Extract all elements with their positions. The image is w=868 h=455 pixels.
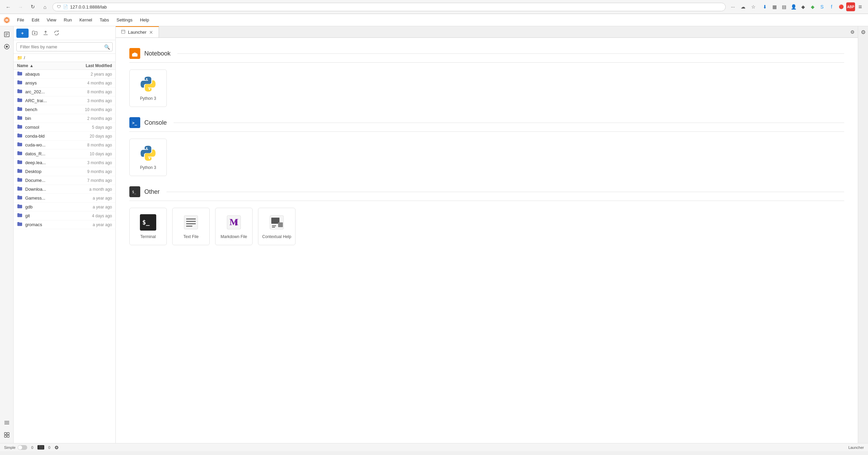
ext2-icon[interactable]: ◆ xyxy=(808,2,817,11)
svg-rect-15 xyxy=(4,435,6,437)
file-item[interactable]: conda-bld 20 days ago xyxy=(14,132,115,141)
file-item[interactable]: abaqus 2 years ago xyxy=(14,70,115,79)
file-item[interactable]: cuda-wo... 8 months ago xyxy=(14,141,115,150)
file-item[interactable]: datos_R... 10 days ago xyxy=(14,150,115,158)
file-item[interactable]: arc_202... 8 months ago xyxy=(14,88,115,96)
launcher-content: Notebook Pyt xyxy=(116,38,858,443)
menu-file[interactable]: File xyxy=(14,16,28,24)
abp-icon[interactable]: ABP xyxy=(846,2,855,11)
other-cards: $_ Terminal xyxy=(129,208,844,245)
menu-help[interactable]: Help xyxy=(136,16,152,24)
commands-activity-btn[interactable] xyxy=(1,417,12,428)
download-icon[interactable]: ⬇ xyxy=(760,2,769,11)
menu-tabs[interactable]: Tabs xyxy=(96,16,112,24)
python3-notebook-card[interactable]: Python 3 xyxy=(129,69,167,107)
launcher-tab-close[interactable]: ✕ xyxy=(149,30,153,35)
launcher-tab[interactable]: Launcher ✕ xyxy=(116,26,159,37)
refresh-button[interactable] xyxy=(52,28,61,38)
ext3-icon[interactable]: S xyxy=(818,2,826,11)
svg-point-9 xyxy=(6,46,8,48)
file-item[interactable]: Gamess... a year ago xyxy=(14,194,115,203)
status-settings-btn[interactable]: ⚙ xyxy=(54,445,59,450)
menu-kernel[interactable]: Kernel xyxy=(76,16,96,24)
file-item[interactable]: bench 10 months ago xyxy=(14,105,115,114)
files-activity-btn[interactable] xyxy=(1,29,12,40)
console-section-header: >_ Console xyxy=(129,117,844,132)
folder-icon xyxy=(17,151,22,157)
file-item[interactable]: Docume... 7 months ago xyxy=(14,176,115,185)
menu-edit[interactable]: Edit xyxy=(28,16,43,24)
file-date: a month ago xyxy=(71,187,112,192)
file-item[interactable]: Downloa... a month ago xyxy=(14,185,115,194)
console-section-label: Console xyxy=(144,119,167,126)
running-activity-btn[interactable] xyxy=(1,41,12,52)
mode-toggle-switch[interactable] xyxy=(18,445,27,450)
filter-input[interactable] xyxy=(16,42,113,51)
file-item[interactable]: gromacs a year ago xyxy=(14,220,115,229)
svg-text:>_: >_ xyxy=(132,121,137,126)
kernel-button[interactable]: ⬛ xyxy=(37,445,44,450)
menu-icon[interactable]: ≡ xyxy=(856,2,865,11)
ext1-icon[interactable]: ◆ xyxy=(799,2,807,11)
folder-icon xyxy=(17,89,22,95)
ext4-icon[interactable]: f xyxy=(827,2,836,11)
file-date: 7 months ago xyxy=(71,178,112,183)
reload-button[interactable]: ↻ xyxy=(28,2,37,12)
library-icon[interactable]: ▦ xyxy=(770,2,779,11)
pocket-button[interactable]: ☁ xyxy=(739,2,748,11)
right-settings-btn[interactable]: ⚙ xyxy=(861,29,866,35)
address-bar[interactable]: 🛡 📄 127.0.0.1:8888/lab xyxy=(52,3,726,11)
new-button[interactable]: + xyxy=(16,29,29,38)
file-item[interactable]: ARC_trai... 3 months ago xyxy=(14,96,115,105)
file-item[interactable]: Desktop 9 months ago xyxy=(14,167,115,176)
file-item[interactable]: ansys 4 months ago xyxy=(14,79,115,88)
svg-point-30 xyxy=(149,158,150,159)
forward-button[interactable]: → xyxy=(16,2,25,12)
file-item[interactable]: bin 2 months ago xyxy=(14,114,115,123)
menu-settings[interactable]: Settings xyxy=(113,16,136,24)
extensions-activity-btn[interactable] xyxy=(1,429,12,440)
file-date: 8 months ago xyxy=(71,143,112,147)
file-item[interactable]: comsol 5 days ago xyxy=(14,123,115,132)
ext5-icon[interactable]: 🔴 xyxy=(837,2,846,11)
python3-console-card[interactable]: Python 3 xyxy=(129,139,167,176)
page-icon: 📄 xyxy=(63,4,68,9)
svg-rect-14 xyxy=(7,433,9,435)
file-item[interactable]: gdb a year ago xyxy=(14,203,115,211)
folder-icon xyxy=(17,124,22,130)
upload-button[interactable] xyxy=(41,28,50,38)
sidebar-toolbar: + xyxy=(14,26,115,40)
file-item[interactable]: deep.lea... 3 months ago xyxy=(14,158,115,167)
sort-arrow-icon: ▲ xyxy=(30,63,34,68)
console-cards: Python 3 xyxy=(129,139,844,176)
folder-icon xyxy=(17,186,22,192)
folder-icon xyxy=(17,107,22,112)
svg-point-26 xyxy=(149,89,150,90)
file-date: a year ago xyxy=(71,222,112,227)
file-date: 9 months ago xyxy=(71,169,112,174)
menu-view[interactable]: View xyxy=(43,16,60,24)
reader-icon[interactable]: ▤ xyxy=(779,2,788,11)
terminal-card[interactable]: $_ Terminal xyxy=(129,208,167,245)
bookmark-button[interactable]: ☆ xyxy=(749,2,758,11)
folder-icon xyxy=(17,71,22,77)
file-item[interactable]: git 4 days ago xyxy=(14,211,115,220)
text-editor-card[interactable]: Text File xyxy=(172,208,210,245)
security-icon: 🛡 xyxy=(57,4,61,9)
file-list: abaqus 2 years ago ansys 4 months ago ar… xyxy=(14,70,115,443)
new-folder-button[interactable] xyxy=(30,28,39,38)
help-card[interactable]: Contextual Help xyxy=(258,208,295,245)
home-button[interactable]: ⌂ xyxy=(40,2,50,12)
file-name: gdb xyxy=(25,204,71,209)
sort-name-button[interactable]: Name ▲ xyxy=(17,63,71,68)
markdown-card[interactable]: M Markdown File xyxy=(215,208,253,245)
back-button[interactable]: ← xyxy=(3,2,13,12)
more-button[interactable]: ··· xyxy=(728,2,737,11)
menu-run[interactable]: Run xyxy=(60,16,75,24)
browser-toolbar: ← → ↻ ⌂ 🛡 📄 127.0.0.1:8888/lab ··· ☁ ☆ ⬇… xyxy=(0,0,868,14)
profile-icon[interactable]: 👤 xyxy=(789,2,798,11)
file-date: a year ago xyxy=(71,205,112,209)
file-date: 2 months ago xyxy=(71,116,112,121)
text-editor-icon xyxy=(183,214,199,232)
tab-settings-button[interactable]: ⚙ xyxy=(847,27,858,37)
